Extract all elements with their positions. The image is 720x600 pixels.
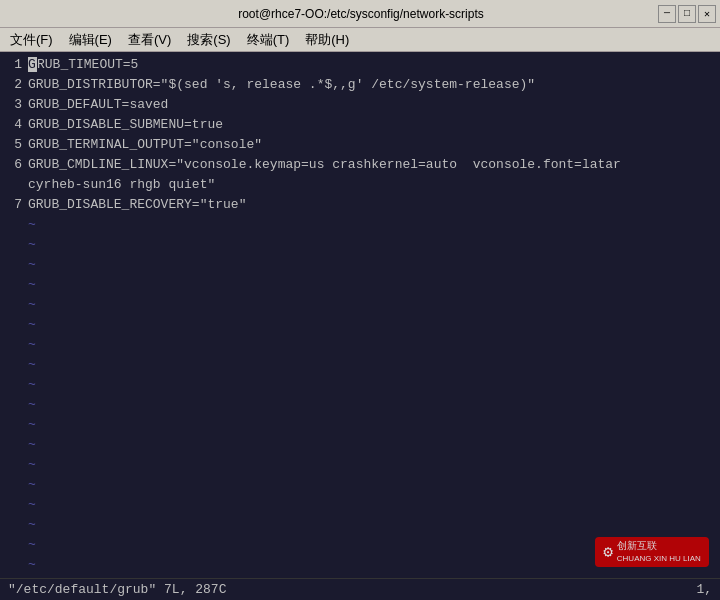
line-5: 5 GRUB_TERMINAL_OUTPUT="console" [0, 134, 720, 154]
line-content-1: GRUB_TIMEOUT=5 [28, 57, 138, 72]
cursor: G [28, 57, 37, 72]
menu-help[interactable]: 帮助(H) [299, 29, 355, 51]
menu-view[interactable]: 查看(V) [122, 29, 177, 51]
minimize-button[interactable]: ─ [658, 5, 676, 23]
line-number-7: 7 [0, 197, 28, 212]
line-content-6-cont: cyrheb-sun16 rhgb quiet" [28, 177, 215, 192]
line-4: 4 GRUB_DISABLE_SUBMENU=true [0, 114, 720, 134]
menu-terminal[interactable]: 终端(T) [241, 29, 296, 51]
watermark-text: 创新互联CHUANG XIN HU LIAN [617, 540, 701, 564]
menu-bar: 文件(F) 编辑(E) 查看(V) 搜索(S) 终端(T) 帮助(H) [0, 28, 720, 52]
editor-area[interactable]: 1 GRUB_TIMEOUT=5 2 GRUB_DISTRIBUTOR="$(s… [0, 52, 720, 600]
line-number-4: 4 [0, 117, 28, 132]
line-number-3: 3 [0, 97, 28, 112]
line-number-5: 5 [0, 137, 28, 152]
line-number-2: 2 [0, 77, 28, 92]
menu-edit[interactable]: 编辑(E) [63, 29, 118, 51]
watermark-inner: ⚙ 创新互联CHUANG XIN HU LIAN [595, 537, 709, 567]
menu-search[interactable]: 搜索(S) [181, 29, 236, 51]
tilde-7: ~ [0, 334, 720, 354]
window-title: root@rhce7-OO:/etc/sysconfig/network-scr… [64, 7, 658, 21]
tilde-12: ~ [0, 434, 720, 454]
line-content-2: GRUB_DISTRIBUTOR="$(sed 's, release .*$,… [28, 77, 535, 92]
tilde-4: ~ [0, 274, 720, 294]
tilde-2: ~ [0, 234, 720, 254]
line-content-6: GRUB_CMDLINE_LINUX="vconsole.keymap=us c… [28, 157, 621, 172]
title-bar: root@rhce7-OO:/etc/sysconfig/network-scr… [0, 0, 720, 28]
status-file-info: "/etc/default/grub" 7L, 287C [8, 582, 226, 597]
tilde-6: ~ [0, 314, 720, 334]
close-button[interactable]: ✕ [698, 5, 716, 23]
status-position: 1, [696, 582, 712, 597]
tilde-11: ~ [0, 414, 720, 434]
line-7: 7 GRUB_DISABLE_RECOVERY="true" [0, 194, 720, 214]
line-3: 3 GRUB_DEFAULT=saved [0, 94, 720, 114]
tilde-14: ~ [0, 474, 720, 494]
watermark: ⚙ 创新互联CHUANG XIN HU LIAN [592, 532, 712, 572]
tilde-1: ~ [0, 214, 720, 234]
window-controls[interactable]: ─ □ ✕ [658, 5, 716, 23]
tilde-9: ~ [0, 374, 720, 394]
line-content-3: GRUB_DEFAULT=saved [28, 97, 168, 112]
tilde-3: ~ [0, 254, 720, 274]
editor-content: 1 GRUB_TIMEOUT=5 2 GRUB_DISTRIBUTOR="$(s… [0, 52, 720, 578]
tilde-8: ~ [0, 354, 720, 374]
line-1: 1 GRUB_TIMEOUT=5 [0, 54, 720, 74]
line-content-5: GRUB_TERMINAL_OUTPUT="console" [28, 137, 262, 152]
tilde-13: ~ [0, 454, 720, 474]
line-number-6: 6 [0, 157, 28, 172]
watermark-icon: ⚙ [603, 542, 613, 562]
menu-file[interactable]: 文件(F) [4, 29, 59, 51]
line-content-4: GRUB_DISABLE_SUBMENU=true [28, 117, 223, 132]
tilde-5: ~ [0, 294, 720, 314]
line-6: 6 GRUB_CMDLINE_LINUX="vconsole.keymap=us… [0, 154, 720, 174]
line-6-cont: 6 cyrheb-sun16 rhgb quiet" [0, 174, 720, 194]
line-content-7: GRUB_DISABLE_RECOVERY="true" [28, 197, 246, 212]
line-number-6-cont: 6 [0, 177, 28, 192]
tilde-16: ~ [0, 514, 720, 534]
tilde-10: ~ [0, 394, 720, 414]
line-number-1: 1 [0, 57, 28, 72]
tilde-15: ~ [0, 494, 720, 514]
line-2: 2 GRUB_DISTRIBUTOR="$(sed 's, release .*… [0, 74, 720, 94]
status-bar: "/etc/default/grub" 7L, 287C 1, [0, 578, 720, 600]
maximize-button[interactable]: □ [678, 5, 696, 23]
